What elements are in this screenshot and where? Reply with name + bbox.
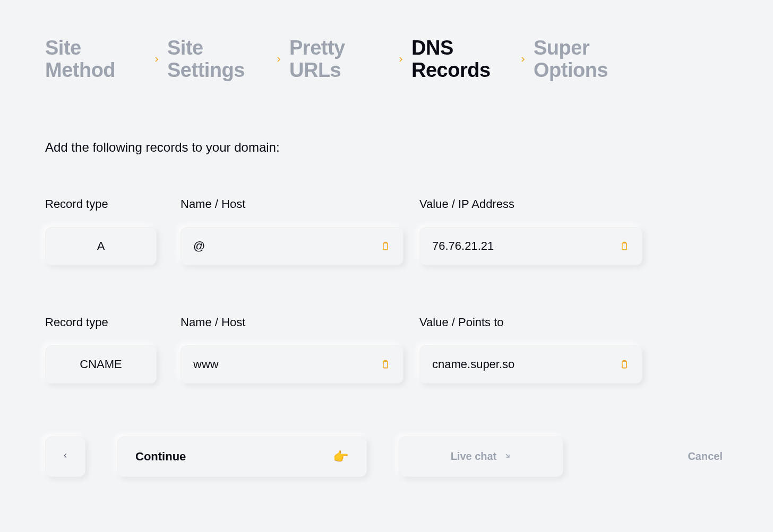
breadcrumb-step-site-settings[interactable]: Site Settings [167,37,268,82]
record-type-box: A [45,227,157,265]
record-type-value: A [58,239,144,253]
pointing-right-icon: 👉 [333,449,349,464]
chevron-left-icon [62,452,69,461]
instruction-text: Add the following records to your domain… [45,140,728,155]
name-host-value: @ [193,239,374,253]
field-label: Record type [45,316,165,329]
live-chat-button[interactable]: Live chat [399,437,563,477]
record-type-box: CNAME [45,345,157,383]
arrow-down-right-icon [504,452,511,461]
name-host-box[interactable]: @ [181,227,403,265]
chevron-right-icon [274,55,283,64]
svg-rect-3 [622,361,626,368]
field-label: Record type [45,197,165,211]
svg-rect-1 [622,243,626,250]
continue-label: Continue [135,450,186,464]
value-box[interactable]: cname.super.so [419,345,642,383]
breadcrumb-step-super-options[interactable]: Super Options [534,37,634,82]
field-label: Name / Host [181,197,403,211]
field-name-host: Name / Host @ [181,197,403,265]
breadcrumb-step-pretty-urls[interactable]: Pretty URLs [289,37,390,82]
live-chat-label: Live chat [451,450,497,463]
record-row: Record type A Name / Host @ Value / IP A… [45,197,728,265]
svg-rect-0 [383,243,388,250]
field-record-type: Record type A [45,197,165,265]
breadcrumb: Site Method Site Settings Pretty URLs DN… [45,37,728,82]
field-value-points: Value / Points to cname.super.so [419,316,642,383]
field-label: Value / Points to [419,316,642,329]
chevron-right-icon [152,55,161,64]
field-name-host: Name / Host www [181,316,403,383]
clipboard-icon[interactable] [380,359,391,370]
value-points-value: cname.super.so [432,357,613,371]
value-ip-value: 76.76.21.21 [432,239,613,253]
breadcrumb-step-site-method[interactable]: Site Method [45,37,146,82]
value-box[interactable]: 76.76.21.21 [419,227,642,265]
clipboard-icon[interactable] [619,359,630,370]
svg-line-4 [506,454,509,457]
record-row: Record type CNAME Name / Host www Value … [45,316,728,383]
name-host-box[interactable]: www [181,345,403,383]
footer-actions: Continue 👉 Live chat Cancel [45,437,728,477]
records-list: Record type A Name / Host @ Value / IP A… [45,197,728,383]
svg-rect-2 [383,361,388,368]
field-record-type: Record type CNAME [45,316,165,383]
cancel-button[interactable]: Cancel [688,450,723,463]
record-type-value: CNAME [58,357,144,371]
field-label: Name / Host [181,316,403,329]
back-button[interactable] [45,437,85,477]
chevron-right-icon [397,55,405,64]
breadcrumb-step-dns-records[interactable]: DNS Records [411,37,512,82]
field-label: Value / IP Address [419,197,642,211]
name-host-value: www [193,357,374,371]
continue-button[interactable]: Continue 👉 [117,437,367,477]
clipboard-icon[interactable] [619,240,630,252]
field-value-ip: Value / IP Address 76.76.21.21 [419,197,642,265]
clipboard-icon[interactable] [380,240,391,252]
chevron-right-icon [519,55,527,64]
